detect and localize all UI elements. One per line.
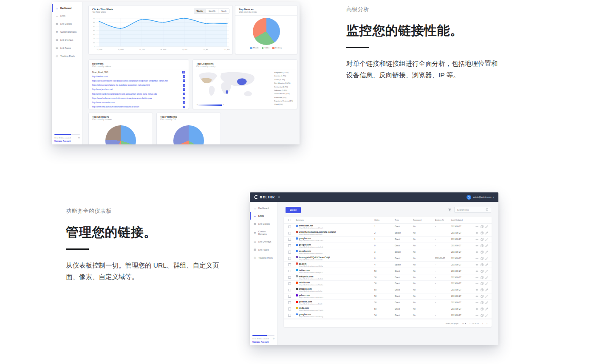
edit-pencil-icon[interactable] [485,263,488,266]
stats-eye-icon[interactable] [475,257,478,260]
stats-eye-icon[interactable] [475,225,478,228]
short-url[interactable]: https://belink.webix.com/aefmk [299,246,375,248]
stats-eye-icon[interactable] [475,270,478,273]
row-checkbox[interactable] [288,301,291,304]
stats-eye-icon[interactable] [475,238,478,241]
sidebar-item-dashboard[interactable]: ⌂ Dashboard [250,204,277,212]
sidebar-item-tracking-pixels[interactable]: ◎ Tracking Pixels [250,254,277,262]
search-icon[interactable] [486,208,489,212]
sidebar-item-tracking-pixels[interactable]: ◎ Tracking Pixels [52,52,82,60]
filter-funnel-icon[interactable] [448,208,452,212]
prev-page-icon[interactable]: ‹ [482,322,483,324]
short-url[interactable]: https://belink.webix.com/fef9g [299,290,375,292]
copy-icon[interactable] [481,225,484,228]
short-url[interactable]: https://belink.webix.com/2kefc [299,233,375,235]
edit-pencil-icon[interactable] [485,270,488,273]
row-checkbox[interactable] [288,308,291,310]
create-link-button[interactable]: Create [286,207,301,213]
edit-pencil-icon[interactable] [485,225,488,228]
row-checkbox[interactable] [288,263,291,266]
hamburger-menu-icon[interactable]: ≡ [278,195,280,199]
copy-icon[interactable] [481,295,484,298]
copy-icon[interactable] [481,263,484,266]
edit-pencil-icon[interactable] [485,282,488,285]
link-title[interactable]: qq.com [299,262,306,265]
account-email[interactable]: admin@admin.com [473,196,491,198]
copy-icon[interactable] [481,270,484,273]
sidebar-item-link-groups[interactable]: ⊞ Link Groups [250,220,277,228]
link-title[interactable]: forms.gle/v87QdUhYaoexCdtj6 [299,256,330,259]
stats-eye-icon[interactable] [475,308,478,310]
referrer-label[interactable]: http://beahan.com/ [92,76,108,78]
copy-icon[interactable] [481,276,484,279]
referrer-label[interactable]: https://www.hudsonecz.com/minima-omnis-s… [92,97,152,99]
short-url[interactable]: https://belink.webix.com/BrkX [299,303,375,305]
next-page-icon[interactable]: › [487,322,487,324]
stats-eye-icon[interactable] [475,288,478,291]
short-url[interactable]: https://belink.webix.com/hesla [299,252,375,254]
edit-pencil-icon[interactable] [485,231,488,234]
edit-pencil-icon[interactable] [485,295,488,298]
edit-pencil-icon[interactable] [485,314,488,317]
stats-eye-icon[interactable] [475,314,478,317]
short-url[interactable]: https://belink.webix.com/sEtYq [299,265,375,267]
short-url[interactable]: https://belink.webix.com/5kd3a [299,284,375,286]
copy-icon[interactable] [481,238,484,241]
edit-pencil-icon[interactable] [485,251,488,254]
sidebar-item-links[interactable]: ∞ Links [250,212,277,220]
power-logout-icon[interactable] [467,195,471,200]
edit-pencil-icon[interactable] [485,288,488,291]
short-url[interactable]: https://belink.webix.com/npa7l [299,271,375,274]
stats-eye-icon[interactable] [475,263,478,266]
referrer-label[interactable]: https://johnson.com/ratione-hic-cupidita… [92,84,150,86]
short-url[interactable]: https://belink.webix.com/ba8nk [299,278,375,280]
link-title[interactable]: twitter.com [299,269,310,271]
copy-icon[interactable] [481,282,484,285]
edit-pencil-icon[interactable] [485,301,488,304]
copy-icon[interactable] [481,314,484,317]
row-checkbox[interactable] [288,251,291,254]
edit-pencil-icon[interactable] [485,276,488,279]
edit-pencil-icon[interactable] [485,238,488,241]
edit-pencil-icon[interactable] [485,244,488,247]
copy-icon[interactable] [481,257,484,260]
copy-icon[interactable] [481,244,484,247]
copy-icon[interactable] [481,308,484,310]
chevron-down-icon[interactable]: ▾ [493,196,494,198]
sidebar-item-link-pages[interactable]: ▤ Link Pages [250,245,277,254]
row-checkbox[interactable] [288,282,291,285]
short-url[interactable]: https://belink.webix.com/EXBst [299,240,375,242]
stats-eye-icon[interactable] [475,301,478,304]
referrer-label[interactable]: http://www.vandervort.org/quidem-sunt-ac… [92,93,157,95]
link-title[interactable]: wikipedia.com [299,275,313,278]
stats-eye-icon[interactable] [475,251,478,254]
select-all-checkbox[interactable] [288,219,291,222]
row-checkbox[interactable] [288,244,291,247]
short-url[interactable]: https://belink.webix.com/4G3tr [299,259,375,261]
upgrade-account-link[interactable]: Upgrade Account [252,341,274,343]
items-per-page-select[interactable]: 15 ▾ [462,322,466,324]
row-checkbox[interactable] [288,276,291,279]
stats-eye-icon[interactable] [475,295,478,298]
referrer-label[interactable]: http://www.vonrueden.com/ [92,102,115,104]
range-button-monthly[interactable]: Monthly [206,9,218,13]
sidebar-item-link-overlays[interactable]: ⊡ Link Overlays [250,237,277,245]
sidebar-item-link-pages[interactable]: ▤ Link Pages [52,44,82,52]
referrer-label[interactable]: http://www.jacobson.net/ [92,88,113,90]
copy-icon[interactable] [481,231,484,234]
row-checkbox[interactable] [288,270,291,273]
sidebar-item-links[interactable]: ∞ Links [52,12,82,20]
short-url[interactable]: https://belink.webix.com/21vzh [299,227,375,229]
row-checkbox[interactable] [288,295,291,298]
row-checkbox[interactable] [288,232,291,235]
search-input[interactable] [456,208,484,212]
short-url[interactable]: https://belink.webix.com/4Ratg [299,316,375,318]
referrer-label[interactable]: http://www.ferry.com/sunt-laboriosam-inc… [92,106,139,108]
gear-icon[interactable]: ⚙ [78,136,80,139]
referrer-label[interactable]: https://west.com/autem-expedita-possimus… [92,80,168,82]
sidebar-item-link-overlays[interactable]: ⊡ Link Overlays [52,36,82,44]
copy-icon[interactable] [481,251,484,254]
row-checkbox[interactable] [288,314,291,317]
range-button-weekly[interactable]: Weekly [194,9,206,13]
stats-eye-icon[interactable] [475,244,478,247]
